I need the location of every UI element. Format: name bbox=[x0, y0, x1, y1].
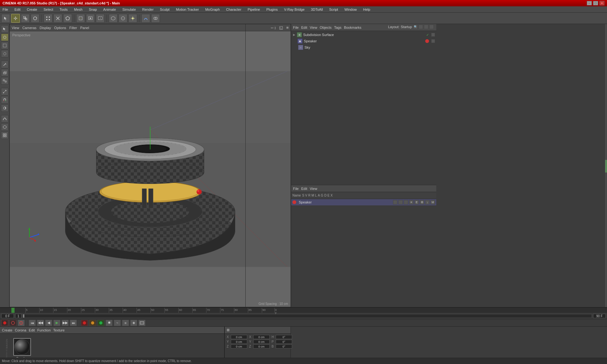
key-green-btn[interactable] bbox=[97, 320, 104, 326]
scale-tool-button[interactable] bbox=[21, 14, 30, 23]
menu-help[interactable]: Help bbox=[362, 7, 372, 12]
material-speaker[interactable]: Speaker bbox=[13, 338, 31, 360]
go-to-start-button[interactable]: ⏮ bbox=[29, 320, 36, 326]
tool-knife[interactable] bbox=[1, 61, 9, 68]
obj-mgr-tab-file[interactable]: File bbox=[293, 26, 299, 29]
sc-btn-7[interactable]: ↓ bbox=[425, 200, 430, 204]
tool-extrude[interactable] bbox=[1, 69, 9, 76]
mat-tab-corona[interactable]: Corona bbox=[15, 328, 26, 332]
menu-plugins[interactable]: Plugins bbox=[265, 7, 279, 12]
object-item-speaker[interactable]: ▣ Speaker bbox=[291, 38, 436, 44]
light-tool-button[interactable] bbox=[128, 14, 137, 23]
coord-z-input[interactable] bbox=[231, 344, 247, 349]
move-tool-button[interactable] bbox=[11, 14, 20, 23]
coord-size-z-input[interactable] bbox=[253, 344, 270, 349]
menu-script[interactable]: Script bbox=[328, 7, 339, 12]
viewport-tab-filter[interactable]: Filter bbox=[69, 26, 77, 30]
menu-pipeline[interactable]: Pipeline bbox=[246, 7, 261, 12]
viewport-tab-cameras[interactable]: Cameras bbox=[22, 26, 37, 30]
mat-tab-function[interactable]: Function bbox=[37, 328, 51, 332]
viewport-tab-panel[interactable]: Panel bbox=[80, 26, 89, 30]
go-to-end-button[interactable]: ⏭ bbox=[70, 320, 77, 326]
menu-render[interactable]: Render bbox=[141, 7, 155, 12]
obj-mgr-tab-bookmarks[interactable]: Bookmarks bbox=[344, 26, 361, 29]
coord-b-input[interactable] bbox=[276, 344, 292, 349]
mat-tab-create[interactable]: Create bbox=[2, 328, 12, 332]
sc-btn-2[interactable] bbox=[398, 200, 403, 204]
func-curve-btn[interactable]: ~ bbox=[114, 320, 121, 326]
menu-vray[interactable]: V-Ray Bridge bbox=[283, 7, 306, 12]
auto-key-button[interactable] bbox=[1, 320, 8, 326]
subdivision-check[interactable]: ✓ bbox=[426, 33, 429, 37]
coord-h-input[interactable] bbox=[276, 335, 292, 339]
viewport-menu-button[interactable]: ≡ bbox=[286, 25, 289, 30]
snap-btn[interactable]: ✱ bbox=[106, 320, 113, 326]
rotate-tool-button[interactable] bbox=[31, 14, 40, 23]
menu-sculpt[interactable]: Sculpt bbox=[159, 7, 171, 12]
viewport-tab-view[interactable]: View bbox=[12, 26, 19, 30]
menu-file[interactable]: File bbox=[1, 7, 9, 12]
current-frame-input[interactable] bbox=[1, 314, 14, 318]
menu-motiontracker[interactable]: Motion Tracker bbox=[175, 7, 200, 12]
render-to-picture-button[interactable] bbox=[96, 14, 105, 23]
sphere-tool-button[interactable] bbox=[119, 14, 127, 23]
maximize-button[interactable]: □ bbox=[593, 1, 598, 5]
menu-animate[interactable]: Animate bbox=[102, 7, 117, 12]
layout-search-icon[interactable]: 🔍 bbox=[413, 25, 418, 29]
next-frame-button[interactable]: ▶▶ bbox=[62, 320, 69, 326]
record-button[interactable] bbox=[9, 320, 16, 326]
key-orange-btn[interactable] bbox=[89, 320, 96, 326]
tool-magnet[interactable] bbox=[1, 96, 9, 104]
viewport-lock-button[interactable]: ◱ bbox=[279, 25, 283, 30]
object-item-subdivision[interactable]: ▶ ⊕ Subdivision Surface ✓ bbox=[291, 32, 436, 38]
new-scene-button[interactable] bbox=[76, 14, 85, 23]
poly-mode-button[interactable] bbox=[63, 14, 72, 23]
render-view-button[interactable] bbox=[86, 14, 95, 23]
fps-input[interactable] bbox=[15, 314, 21, 318]
timeline-scrubber[interactable] bbox=[23, 314, 592, 318]
obj-mgr-tab-tags[interactable]: Tags bbox=[334, 26, 341, 29]
tool-measure[interactable] bbox=[1, 88, 9, 95]
sc-btn-6[interactable]: ⚙ bbox=[420, 200, 424, 204]
menu-mograph[interactable]: MoGraph bbox=[204, 7, 221, 12]
viewport-fit-button[interactable]: ↔↕ bbox=[270, 25, 276, 30]
subdivision-tag[interactable] bbox=[431, 33, 435, 37]
cursor-tool-button[interactable] bbox=[1, 14, 10, 23]
boole-button[interactable] bbox=[151, 14, 160, 23]
motion-path-btn[interactable]: ≡ bbox=[122, 320, 129, 326]
minimize-button[interactable]: − bbox=[587, 1, 592, 5]
play-reverse-button[interactable]: ◀ bbox=[45, 320, 52, 326]
menu-simulate[interactable]: Simulate bbox=[121, 7, 137, 12]
key-red-btn[interactable] bbox=[81, 320, 88, 326]
viewport-tab-display[interactable]: Display bbox=[40, 26, 51, 30]
coord-size-y-input[interactable] bbox=[253, 340, 270, 344]
tool-live-selection[interactable] bbox=[1, 33, 9, 41]
obj-mgr-tab-edit[interactable]: Edit bbox=[301, 26, 307, 29]
layout-icon-1[interactable] bbox=[419, 25, 423, 29]
tool-bridge[interactable] bbox=[1, 77, 9, 85]
play-forward-button[interactable]: ▶ bbox=[53, 320, 60, 326]
right-edge-toggle[interactable] bbox=[605, 160, 607, 173]
close-button[interactable]: × bbox=[599, 1, 604, 5]
sc-btn-1[interactable] bbox=[393, 200, 397, 204]
menu-mesh[interactable]: Mesh bbox=[73, 7, 84, 12]
coord-size-x-input[interactable] bbox=[253, 335, 270, 339]
speaker-tag[interactable] bbox=[431, 39, 435, 43]
sc-btn-4[interactable]: ≡ bbox=[409, 200, 414, 204]
tool-selection[interactable] bbox=[1, 25, 9, 33]
scene-tab-edit[interactable]: Edit bbox=[301, 187, 307, 191]
tool-sculpt[interactable] bbox=[1, 115, 9, 123]
stop-record-button[interactable] bbox=[18, 320, 25, 326]
tool-lasso[interactable] bbox=[1, 50, 9, 58]
mat-tab-texture[interactable]: Texture bbox=[53, 328, 64, 332]
obj-mgr-tab-objects[interactable]: Objects bbox=[320, 26, 331, 29]
menu-select[interactable]: Select bbox=[42, 7, 55, 12]
obj-mgr-tab-view[interactable]: View bbox=[310, 26, 317, 29]
sc-btn-5[interactable]: E bbox=[414, 200, 419, 204]
viewport-tab-options[interactable]: Options bbox=[54, 26, 66, 30]
tool-rect-selection[interactable] bbox=[1, 42, 9, 49]
menu-character[interactable]: Character bbox=[225, 7, 242, 12]
scene-speaker-item[interactable]: Speaker ≡ E ⚙ ↓ M bbox=[291, 199, 436, 205]
prev-frame-button[interactable]: ◀◀ bbox=[37, 320, 44, 326]
coord-x-input[interactable] bbox=[231, 335, 247, 339]
